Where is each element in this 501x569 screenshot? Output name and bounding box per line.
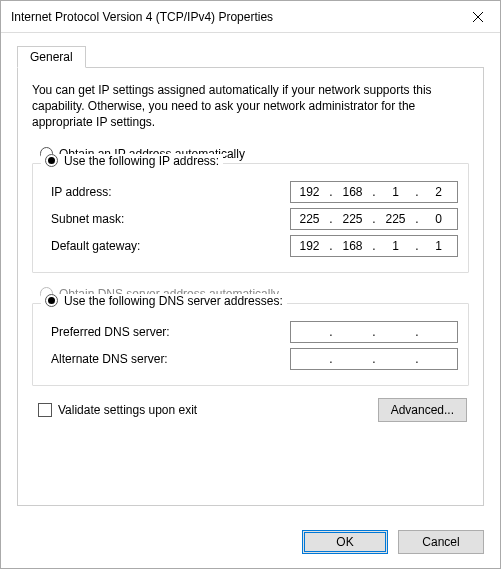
ip-octet[interactable]: 168 [334,236,371,256]
label-ip-address: IP address: [51,185,290,199]
ip-octet[interactable]: 192 [291,236,328,256]
ip-octet[interactable] [377,349,414,369]
label-subnet-mask: Subnet mask: [51,212,290,226]
ip-octet[interactable] [334,322,371,342]
ip-octet[interactable] [420,322,457,342]
row-preferred-dns: Preferred DNS server: . . . [51,321,458,343]
row-alternate-dns: Alternate DNS server: . . . [51,348,458,370]
ip-octet[interactable]: 2 [420,182,457,202]
input-alternate-dns[interactable]: . . . [290,348,458,370]
ip-octet[interactable] [291,322,328,342]
advanced-button[interactable]: Advanced... [378,398,467,422]
group-ip-manual: Use the following IP address: IP address… [32,163,469,273]
ip-octet[interactable]: 225 [377,209,414,229]
client-area: General You can get IP settings assigned… [1,33,500,518]
window-title: Internet Protocol Version 4 (TCP/IPv4) P… [11,10,455,24]
label-default-gateway: Default gateway: [51,239,290,253]
ok-button[interactable]: OK [302,530,388,554]
tab-strip: General [17,45,484,67]
radio-icon [45,154,58,167]
row-subnet-mask: Subnet mask: 225. 225. 225. 0 [51,208,458,230]
ip-octet[interactable]: 1 [420,236,457,256]
ip-octet[interactable]: 1 [377,236,414,256]
ip-octet[interactable]: 0 [420,209,457,229]
titlebar: Internet Protocol Version 4 (TCP/IPv4) P… [1,1,500,33]
ip-octet[interactable] [334,349,371,369]
cancel-button[interactable]: Cancel [398,530,484,554]
ip-octet[interactable]: 1 [377,182,414,202]
ip-octet[interactable]: 168 [334,182,371,202]
window-close-button[interactable] [455,1,500,33]
input-preferred-dns[interactable]: . . . [290,321,458,343]
dialog-footer: OK Cancel [1,518,500,568]
label-alternate-dns: Alternate DNS server: [51,352,290,366]
input-ip-address[interactable]: 192. 168. 1. 2 [290,181,458,203]
input-subnet-mask[interactable]: 225. 225. 225. 0 [290,208,458,230]
close-icon [473,12,483,22]
label-preferred-dns: Preferred DNS server: [51,325,290,339]
ip-octet[interactable]: 225 [291,209,328,229]
row-validate-advanced: Validate settings upon exit Advanced... [32,398,469,422]
ip-octet[interactable]: 225 [334,209,371,229]
tab-panel-general: You can get IP settings assigned automat… [17,67,484,506]
radio-dns-manual-label: Use the following DNS server addresses: [64,294,283,308]
dialog-window: Internet Protocol Version 4 (TCP/IPv4) P… [0,0,501,569]
input-default-gateway[interactable]: 192. 168. 1. 1 [290,235,458,257]
ip-octet[interactable] [420,349,457,369]
group-dns-manual: Use the following DNS server addresses: … [32,303,469,386]
intro-text: You can get IP settings assigned automat… [32,82,469,131]
tab-general[interactable]: General [17,46,86,68]
label-validate-settings: Validate settings upon exit [58,403,378,417]
radio-ip-manual[interactable]: Use the following IP address: [41,154,223,168]
row-ip-address: IP address: 192. 168. 1. 2 [51,181,458,203]
radio-ip-manual-label: Use the following IP address: [64,154,219,168]
ip-octet[interactable]: 192 [291,182,328,202]
radio-dns-manual[interactable]: Use the following DNS server addresses: [41,294,287,308]
ip-octet[interactable] [291,349,328,369]
checkbox-validate-settings[interactable] [38,403,52,417]
radio-icon [45,294,58,307]
row-default-gateway: Default gateway: 192. 168. 1. 1 [51,235,458,257]
ip-octet[interactable] [377,322,414,342]
